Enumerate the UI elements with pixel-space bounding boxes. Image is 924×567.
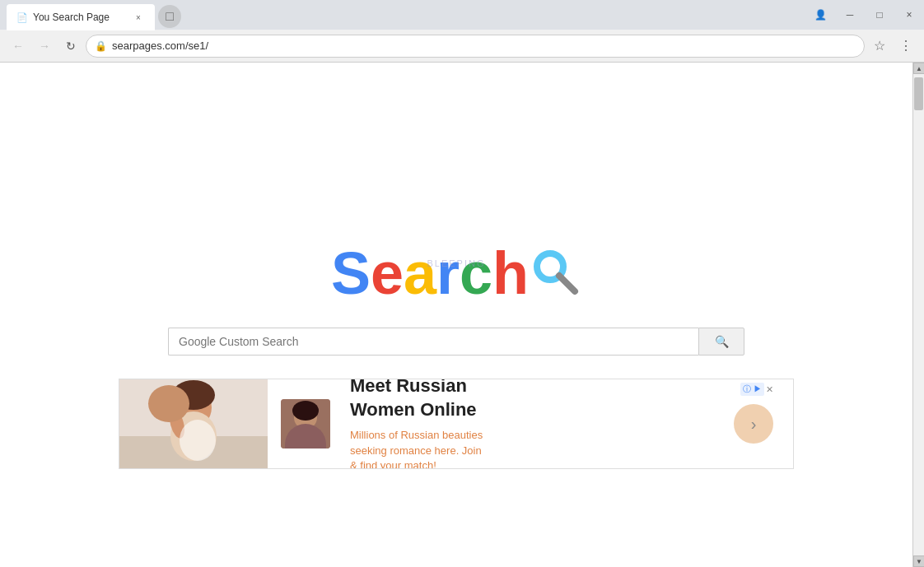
search-logo-wrapper: BLEEPING Search: [331, 244, 581, 303]
logo-letter-c: c: [460, 240, 492, 306]
ad-woman-image: [119, 379, 268, 469]
tab-close-button[interactable]: ×: [132, 11, 145, 24]
ad-title: Meet RussianWomen Online: [350, 379, 727, 421]
logo-letter-s: S: [331, 240, 371, 306]
content-area: BLEEPING Search 🔍: [0, 63, 924, 567]
back-icon: ←: [12, 40, 24, 53]
scroll-down-icon: ▼: [916, 558, 922, 565]
page-content: BLEEPING Search 🔍: [0, 63, 912, 567]
profile-icon: 👤: [814, 9, 827, 21]
scroll-track[interactable]: [913, 74, 924, 555]
lock-icon: 🔒: [95, 40, 107, 52]
scrollbar: ▲ ▼: [912, 63, 924, 567]
ad-description: Millions of Russian beautiesseeking roma…: [350, 428, 727, 469]
ad-arrow-button[interactable]: ›: [734, 404, 773, 444]
back-button[interactable]: ←: [7, 35, 30, 58]
ad-portrait: [281, 399, 330, 448]
scroll-down-button[interactable]: ▼: [913, 555, 924, 567]
ad-banner: ⓘ ▶ ✕: [119, 379, 794, 469]
search-button-icon: 🔍: [715, 335, 729, 348]
logo-letter-a: a: [404, 240, 436, 306]
forward-button[interactable]: →: [33, 35, 56, 58]
search-button[interactable]: 🔍: [698, 328, 744, 356]
logo-letter-h: h: [492, 240, 529, 306]
ad-choices-icon[interactable]: ⓘ ▶: [740, 383, 764, 396]
address-bar[interactable]: 🔒 searpages.com/se1/: [86, 35, 865, 58]
title-bar: 📄 You Search Page × □ 👤 ─ □ ×: [0, 0, 924, 30]
scroll-thumb[interactable]: [914, 77, 923, 110]
scroll-up-button[interactable]: ▲: [913, 63, 924, 74]
close-button[interactable]: ×: [894, 0, 924, 30]
profile-button[interactable]: 👤: [805, 0, 835, 30]
svg-point-8: [180, 420, 216, 461]
scroll-up-icon: ▲: [916, 65, 922, 72]
active-tab[interactable]: 📄 You Search Page ×: [7, 4, 155, 30]
maximize-button[interactable]: □: [865, 0, 894, 30]
star-icon: ☆: [874, 38, 885, 53]
search-logo: Search: [331, 244, 529, 303]
window-controls: 👤 ─ □ ×: [805, 0, 924, 30]
tab-bar: 📄 You Search Page × □: [7, 0, 181, 30]
browser-frame: 📄 You Search Page × □ 👤 ─ □ ×: [0, 0, 924, 567]
search-logo-area: BLEEPING Search: [331, 244, 581, 303]
ad-close-icon[interactable]: ✕: [766, 384, 773, 395]
tab-title: You Search Page: [33, 12, 110, 23]
maximize-icon: □: [876, 9, 882, 21]
menu-button[interactable]: ⋮: [894, 35, 917, 58]
minimize-button[interactable]: ─: [835, 0, 865, 30]
svg-point-11: [292, 401, 319, 421]
new-tab-icon: □: [166, 9, 174, 24]
ad-arrow-icon: ›: [751, 415, 757, 434]
logo-letter-e: e: [371, 240, 404, 306]
search-input[interactable]: [168, 328, 698, 356]
tab-page-icon: 📄: [16, 12, 28, 23]
svg-line-1: [559, 276, 575, 291]
search-form: 🔍: [168, 328, 744, 356]
minimize-icon: ─: [847, 9, 854, 21]
new-tab-button[interactable]: □: [158, 5, 181, 28]
svg-point-5: [172, 380, 215, 410]
logo-letter-r: r: [436, 240, 460, 306]
magnifier-icon: [532, 249, 581, 298]
bookmark-button[interactable]: ☆: [868, 35, 891, 58]
ad-badge: ⓘ ▶ ✕: [740, 383, 773, 396]
svg-point-12: [289, 427, 322, 448]
nav-bar: ← → ↻ 🔒 searpages.com/se1/ ☆ ⋮: [0, 30, 924, 63]
menu-icon: ⋮: [899, 38, 912, 53]
reload-icon: ↻: [66, 40, 76, 53]
forward-icon: →: [39, 40, 50, 53]
ad-text-section: Meet RussianWomen Online Millions of Rus…: [343, 379, 734, 469]
reload-button[interactable]: ↻: [59, 35, 82, 58]
close-icon: ×: [906, 9, 912, 21]
address-text: searpages.com/se1/: [112, 40, 208, 52]
